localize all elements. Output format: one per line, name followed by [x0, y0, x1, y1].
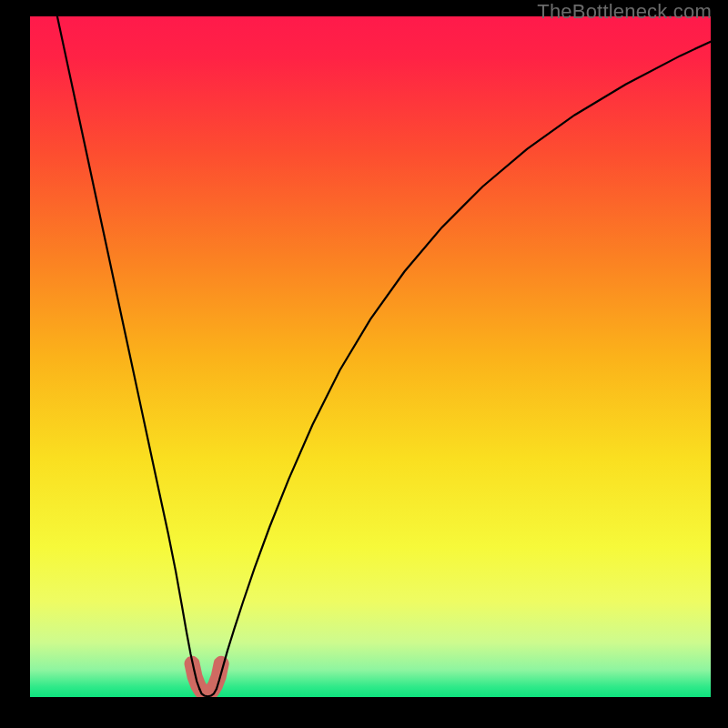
curves-layer — [30, 16, 711, 697]
chart-frame: TheBottleneck.com — [0, 0, 728, 728]
plot-area — [30, 16, 711, 697]
watermark-text: TheBottleneck.com — [537, 0, 712, 24]
right-curve — [217, 42, 711, 689]
left-curve — [57, 16, 199, 689]
